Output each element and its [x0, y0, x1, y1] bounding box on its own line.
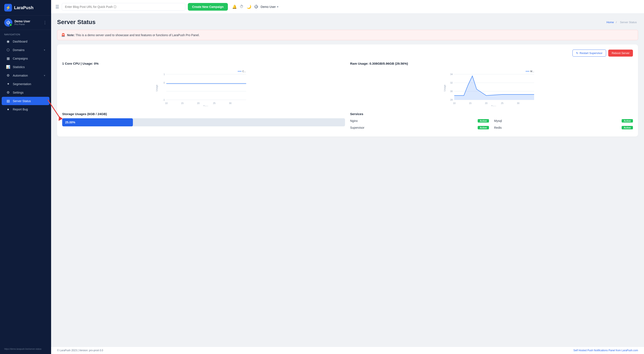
breadcrumb: Home / Server Status [606, 21, 638, 24]
storage-progress-bar: 25.00% [62, 118, 345, 126]
topbar-icons: 🔔 ⏱ 🌙 ⏻ [232, 4, 258, 9]
domains-icon: ⬡ [6, 48, 10, 52]
logo-text: LaraPush [14, 5, 34, 10]
create-campaign-button[interactable]: Create New Campaign [188, 3, 228, 11]
svg-text:Usage: Usage [444, 85, 446, 91]
menu-toggle-button[interactable]: ☰ [55, 4, 59, 9]
sidebar-item-label: Server Status [13, 99, 31, 103]
server-status-card: ↻ Restart Supervisor Reboot Server 1 Cor… [57, 44, 638, 137]
service-supervisor-name: Supervisor [350, 126, 364, 129]
svg-text:15: 15 [181, 102, 184, 104]
storage-section: Storage Usages (6GB / 24GB) 25.00% [62, 112, 345, 126]
service-nginx-status: Active [478, 119, 489, 122]
sidebar-item-statistics[interactable]: 📊 Statistics [2, 63, 50, 71]
svg-text:20: 20 [485, 102, 488, 104]
page-header: Server Status Home / Server Status [57, 19, 638, 25]
cpu-chart: 1 0 -1 Usage 10 15 20 25 30 Time [62, 68, 345, 106]
svg-text:15: 15 [469, 102, 472, 104]
sidebar: ⚡ LaraPush ⏻ Demo User Pro Panel ⋮ Navig… [0, 0, 51, 354]
restart-icon: ↻ [576, 51, 578, 55]
sidebar-item-automation[interactable]: ⚙ Automation ▾ [2, 71, 50, 79]
notification-icon[interactable]: 🔔 [232, 4, 237, 9]
page-title: Server Status [57, 19, 96, 25]
ram-chart: 34 32 30 28 Usage 10 15 20 25 30 [350, 68, 633, 106]
alert-message: This is a demo server used to showcase a… [76, 33, 200, 37]
storage-progress-fill: 25.00% [62, 118, 133, 126]
svg-text:20: 20 [197, 102, 200, 104]
sidebar-item-dashboard[interactable]: ◉ Dashboard [2, 37, 50, 45]
svg-text:Time: Time [203, 105, 208, 106]
clock-icon[interactable]: ⏱ [240, 4, 244, 9]
sidebar-logo: ⚡ LaraPush [0, 0, 51, 15]
footer-url: https://demo.larapush.live/server-status [2, 347, 48, 351]
sidebar-item-campaigns[interactable]: ▦ Campaigns [2, 54, 50, 62]
sidebar-item-label: Segmentation [13, 82, 31, 86]
svg-marker-32 [454, 76, 534, 100]
svg-text:10: 10 [453, 102, 456, 104]
sidebar-item-server-status[interactable]: ▤ Server Status [2, 97, 50, 105]
sidebar-item-label: Report Bug [13, 108, 28, 111]
svg-text:0: 0 [164, 81, 165, 84]
sidebar-item-settings[interactable]: ⚙ Settings [2, 88, 50, 97]
sidebar-nav: ◉ Dashboard ⬡ Domains ▾ ▦ Campaigns 📊 St… [0, 37, 51, 114]
logo-icon: ⚡ [4, 4, 12, 11]
footer-link[interactable]: Self Hosted Push Notifications Panel fro… [574, 349, 638, 352]
power-icon[interactable]: ⏻ [254, 4, 258, 9]
user-menu-button[interactable]: ⋮ [43, 20, 47, 25]
campaigns-icon: ▦ [6, 56, 10, 60]
svg-text:Time: Time [491, 105, 496, 106]
sidebar-item-label: Campaigns [13, 57, 28, 60]
moon-icon[interactable]: 🌙 [246, 4, 251, 9]
service-mysql-status: Active [622, 119, 633, 122]
breadcrumb-current: Server Status [620, 21, 637, 24]
ram-title: Ram Usage: 0.308GB/0.96GB (29.56%) [350, 62, 633, 65]
service-nginx: Nginx Active [350, 118, 489, 123]
services-section: Services Nginx Active Mysql Active Super… [350, 112, 633, 131]
statistics-icon: 📊 [6, 65, 10, 69]
svg-text:30: 30 [229, 102, 232, 104]
service-nginx-name: Nginx [350, 119, 358, 122]
bug-icon: ● [6, 107, 10, 111]
automation-icon: ⚙ [6, 73, 10, 77]
services-grid: Nginx Active Mysql Active Supervisor Act… [350, 118, 633, 130]
page-content: Server Status Home / Server Status 🚨 Not… [51, 13, 644, 347]
service-supervisor-status: Active [478, 126, 489, 129]
segmentation-icon: ✦ [6, 82, 10, 86]
restart-supervisor-button[interactable]: ↻ Restart Supervisor [572, 49, 606, 57]
service-redis: Redis Active [494, 125, 633, 130]
storage-title: Storage Usages (6GB / 24GB) [62, 112, 345, 116]
avatar: ⏻ [4, 18, 12, 26]
storage-percent-label: 25.00% [65, 121, 75, 124]
sidebar-item-domains[interactable]: ⬡ Domains ▾ [2, 46, 50, 54]
sidebar-item-report-bug[interactable]: ● Report Bug [2, 105, 50, 113]
user-name: Demo User [14, 19, 41, 23]
breadcrumb-separator: / [616, 21, 618, 24]
cpu-title: 1 Core CPU | Usage: 0% [62, 62, 345, 65]
service-mysql-name: Mysql [494, 119, 502, 122]
alert-icon: 🚨 [61, 33, 66, 37]
user-dropdown[interactable]: Demo User ▾ [261, 5, 278, 8]
breadcrumb-home[interactable]: Home [606, 21, 614, 24]
search-input[interactable] [62, 3, 185, 11]
svg-text:C...: C... [242, 70, 246, 72]
user-role: Pro Panel [14, 23, 41, 25]
footer-copyright: © LaraPush 2023 | Version: pro-prod-3.0 [57, 349, 103, 352]
svg-text:25: 25 [501, 102, 504, 104]
card-actions: ↻ Restart Supervisor Reboot Server [62, 49, 633, 57]
user-chevron-icon: ▾ [277, 5, 278, 8]
svg-text:34: 34 [450, 73, 453, 75]
reboot-server-button[interactable]: Reboot Server [608, 49, 633, 57]
alert-bold: Note: [67, 33, 75, 37]
dashboard-icon: ◉ [6, 39, 10, 43]
svg-text:30: 30 [450, 90, 453, 92]
svg-text:25: 25 [213, 102, 216, 104]
sidebar-item-label: Automation [13, 74, 28, 77]
sidebar-item-label: Settings [13, 91, 24, 94]
sidebar-item-segmentation[interactable]: ✦ Segmentation [2, 80, 50, 88]
user-info: Demo User Pro Panel [14, 19, 41, 25]
alert-text: Note: This is a demo server used to show… [67, 33, 200, 37]
svg-text:32: 32 [450, 81, 453, 84]
services-title: Services [350, 112, 633, 116]
service-redis-status: Active [622, 126, 633, 129]
chevron-down-icon: ▾ [44, 48, 45, 51]
